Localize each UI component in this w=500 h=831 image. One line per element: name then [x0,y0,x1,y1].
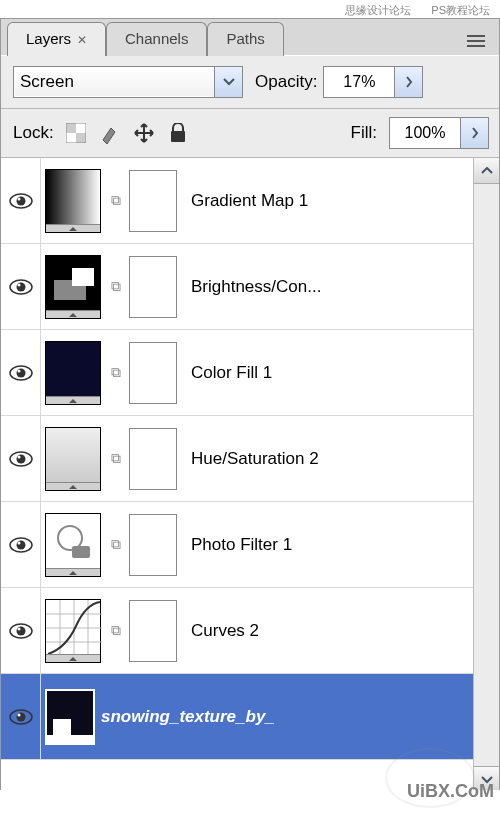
svg-point-36 [16,712,25,721]
layer-row[interactable]: ⧉ Brightness/Con... [1,244,473,330]
svg-rect-8 [171,131,185,142]
lock-transparent-icon[interactable] [64,121,88,145]
svg-point-27 [16,626,25,635]
layers-panel: Layers✕ Channels Paths Screen Opacity: 1… [0,18,500,790]
layer-thumbnail[interactable] [45,513,101,577]
layer-name[interactable]: Brightness/Con... [191,277,321,297]
link-icon[interactable]: ⧉ [107,536,125,553]
svg-rect-6 [66,133,76,143]
panel-menu-icon[interactable] [463,30,489,55]
link-icon[interactable]: ⧉ [107,278,125,295]
mask-thumbnail[interactable] [129,256,177,318]
layer-thumbnail[interactable] [45,689,95,745]
blend-mode-select[interactable]: Screen [13,66,243,98]
svg-point-16 [16,368,25,377]
layer-row[interactable]: ⧉ Hue/Saturation 2 [1,416,473,502]
layer-thumbnail[interactable] [45,341,101,405]
layer-name[interactable]: snowing_texture_by_ [101,707,275,727]
svg-point-37 [17,713,20,716]
watermark-top-right: PS教程论坛 [431,3,490,18]
watermark-top-left: 思缘设计论坛 [345,3,411,18]
layer-row[interactable]: snowing_texture_by_ [1,674,473,760]
layer-name[interactable]: Photo Filter 1 [191,535,292,555]
layer-row[interactable]: ⧉ Curves 2 [1,588,473,674]
svg-rect-4 [76,133,86,143]
tab-layers[interactable]: Layers✕ [7,22,106,56]
layer-name[interactable]: Curves 2 [191,621,259,641]
layer-thumbnail[interactable] [45,255,101,319]
blend-opacity-row: Screen Opacity: 17% [1,55,499,109]
visibility-toggle[interactable] [1,502,41,587]
svg-point-19 [16,454,25,463]
opacity-flyout-button[interactable] [395,66,423,98]
svg-point-10 [16,196,25,205]
svg-point-28 [17,627,20,630]
svg-point-22 [16,540,25,549]
tab-channels[interactable]: Channels [106,22,207,56]
link-icon[interactable]: ⧉ [107,364,125,381]
layer-name[interactable]: Color Fill 1 [191,363,272,383]
opacity-input[interactable]: 17% [323,66,395,98]
visibility-toggle[interactable] [1,416,41,501]
svg-point-23 [17,541,20,544]
svg-point-13 [16,282,25,291]
lock-position-icon[interactable] [132,121,156,145]
svg-point-20 [17,455,20,458]
link-icon[interactable]: ⧉ [107,622,125,639]
lock-fill-row: Lock: Fill: 100% [1,109,499,158]
scrollbar[interactable] [473,158,499,790]
svg-point-14 [17,283,20,286]
svg-rect-25 [72,546,90,558]
mask-thumbnail[interactable] [129,514,177,576]
svg-rect-5 [76,123,86,133]
layer-thumbnail[interactable] [45,427,101,491]
lock-all-icon[interactable] [166,121,190,145]
visibility-toggle[interactable] [1,674,41,759]
svg-rect-3 [66,123,76,133]
fill-input[interactable]: 100% [389,117,461,149]
watermark-bottom: UiBX.CoM [407,781,494,790]
layer-thumbnail[interactable] [45,169,101,233]
layer-thumbnail[interactable] [45,599,101,663]
svg-point-11 [17,197,20,200]
mask-thumbnail[interactable] [129,600,177,662]
fill-flyout-button[interactable] [461,117,489,149]
layer-name[interactable]: Gradient Map 1 [191,191,308,211]
fill-label: Fill: [351,123,377,143]
close-icon[interactable]: ✕ [77,33,87,47]
mask-thumbnail[interactable] [129,342,177,404]
layer-row[interactable]: ⧉ Photo Filter 1 [1,502,473,588]
visibility-toggle[interactable] [1,244,41,329]
panel-tabs: Layers✕ Channels Paths [1,19,499,55]
tab-paths[interactable]: Paths [207,22,283,56]
lock-label: Lock: [13,123,54,143]
scroll-up-button[interactable] [474,158,499,184]
lock-pixels-icon[interactable] [98,121,122,145]
layers-list: ⧉ Gradient Map 1 ⧉ Brightness/Con... ⧉ C… [1,158,473,790]
layer-name[interactable]: Hue/Saturation 2 [191,449,319,469]
layer-row[interactable]: ⧉ Color Fill 1 [1,330,473,416]
layer-row[interactable]: ⧉ Gradient Map 1 [1,158,473,244]
visibility-toggle[interactable] [1,588,41,673]
dropdown-arrow-icon [214,67,242,97]
opacity-label: Opacity: [255,72,317,92]
link-icon[interactable]: ⧉ [107,192,125,209]
visibility-toggle[interactable] [1,330,41,415]
visibility-toggle[interactable] [1,158,41,243]
mask-thumbnail[interactable] [129,170,177,232]
mask-thumbnail[interactable] [129,428,177,490]
svg-point-17 [17,369,20,372]
link-icon[interactable]: ⧉ [107,450,125,467]
